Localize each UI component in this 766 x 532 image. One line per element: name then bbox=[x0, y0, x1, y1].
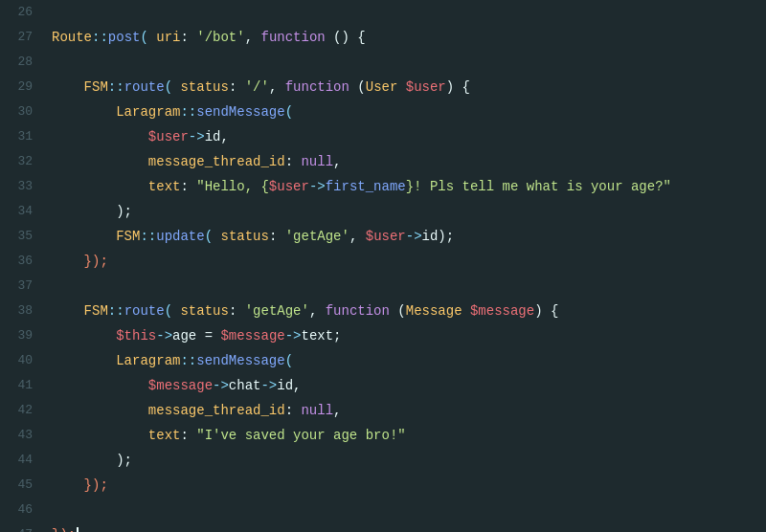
token-text-plain: , bbox=[333, 398, 341, 423]
token-text-plain: age = bbox=[172, 323, 220, 348]
token-string: 'getAge' bbox=[277, 224, 349, 249]
token-arrow: -> bbox=[189, 124, 205, 149]
token-param-name: status bbox=[213, 224, 269, 249]
token-text-plain: () { bbox=[326, 25, 366, 50]
token-text-plain: ) { bbox=[446, 75, 470, 100]
line-number: 46 bbox=[0, 498, 33, 522]
token-type-name: User bbox=[366, 75, 398, 100]
code-line: text: "I've saved your age bro!" bbox=[52, 423, 766, 448]
code-line: FSM::update( status: 'getAge', $user->id… bbox=[52, 224, 766, 249]
token-text-plain: id); bbox=[422, 224, 455, 249]
token-punct: :: bbox=[108, 75, 124, 100]
token-class-name: FSM bbox=[84, 299, 108, 323]
token-text-plain: ); bbox=[116, 448, 132, 473]
code-line bbox=[52, 498, 766, 522]
token-paren: ( bbox=[165, 299, 172, 323]
token-var: $this bbox=[116, 323, 156, 348]
token-null-val: null bbox=[293, 149, 333, 174]
token-paren: ( bbox=[140, 25, 147, 50]
token-text-plain: ); bbox=[116, 199, 132, 224]
token-punct: :: bbox=[92, 25, 108, 50]
line-number: 43 bbox=[0, 423, 33, 448]
token-arrow: -> bbox=[156, 323, 172, 348]
token-class-name: Route bbox=[52, 25, 92, 50]
token-text-plain: ( bbox=[349, 75, 366, 100]
line-number: 34 bbox=[0, 199, 33, 224]
token-param-name: status bbox=[172, 75, 229, 100]
code-line bbox=[52, 50, 766, 75]
line-number: 26 bbox=[0, 0, 33, 25]
token-text-plain: , bbox=[333, 149, 341, 174]
token-class-name: FSM bbox=[116, 224, 140, 249]
token-var: $message bbox=[462, 299, 535, 323]
token-arrow: -> bbox=[213, 373, 229, 398]
token-bracket: }); bbox=[84, 249, 108, 274]
token-var: $message bbox=[220, 323, 284, 348]
line-number: 41 bbox=[0, 373, 33, 398]
token-indent bbox=[52, 473, 84, 498]
token-indent bbox=[52, 124, 148, 149]
token-text-plain: id, bbox=[277, 373, 301, 398]
code-line: FSM::route( status: '/', function (User … bbox=[52, 75, 766, 100]
token-method: update bbox=[156, 224, 204, 249]
token-indent bbox=[52, 75, 84, 100]
line-number: 42 bbox=[0, 398, 33, 423]
token-method: first_name bbox=[326, 174, 406, 199]
line-number: 29 bbox=[0, 75, 33, 100]
line-number: 30 bbox=[0, 100, 33, 124]
token-method: route bbox=[124, 299, 165, 323]
token-param-name: uri bbox=[148, 25, 181, 50]
code-content[interactable]: Route::post( uri: '/bot', function () { … bbox=[44, 0, 766, 532]
token-param-name: text bbox=[148, 423, 181, 448]
token-colon: : bbox=[229, 299, 237, 323]
token-indent bbox=[52, 373, 148, 398]
token-colon: : bbox=[180, 423, 188, 448]
token-colon: : bbox=[180, 174, 188, 199]
token-colon: : bbox=[229, 75, 237, 100]
line-number: 45 bbox=[0, 473, 33, 498]
line-number: 37 bbox=[0, 274, 33, 299]
token-string: }! Pls tell me what is your age?" bbox=[406, 174, 671, 199]
code-line: ); bbox=[52, 199, 766, 224]
token-colon: : bbox=[180, 25, 188, 50]
line-number: 33 bbox=[0, 174, 33, 199]
token-var: $user bbox=[148, 124, 189, 149]
token-indent bbox=[52, 224, 116, 249]
token-method: route bbox=[124, 75, 165, 100]
line-number: 32 bbox=[0, 149, 33, 174]
token-paren: ( bbox=[165, 75, 172, 100]
token-colon: : bbox=[285, 149, 293, 174]
line-number: 40 bbox=[0, 348, 33, 373]
code-line bbox=[52, 274, 766, 299]
code-line: }); bbox=[52, 249, 766, 274]
token-indent bbox=[52, 100, 116, 124]
code-line bbox=[52, 0, 766, 25]
token-text-plain: , bbox=[349, 224, 357, 249]
token-bracket: }); bbox=[84, 473, 108, 498]
code-line: FSM::route( status: 'getAge', function (… bbox=[52, 299, 766, 323]
token-paren: ( bbox=[285, 348, 293, 373]
token-indent bbox=[52, 423, 148, 448]
token-type-name: Message bbox=[406, 299, 462, 323]
token-indent bbox=[52, 249, 84, 274]
code-line: ); bbox=[52, 448, 766, 473]
token-text-plain: , bbox=[245, 25, 253, 50]
token-paren: ( bbox=[285, 100, 293, 124]
code-line: Route::post( uri: '/bot', function () { bbox=[52, 25, 766, 50]
token-method: post bbox=[108, 25, 141, 50]
token-text-plain: id, bbox=[205, 124, 229, 149]
code-line: }); bbox=[52, 473, 766, 498]
token-arrow: -> bbox=[309, 174, 326, 199]
code-line: $user->id, bbox=[52, 124, 766, 149]
line-number: 35 bbox=[0, 224, 33, 249]
token-arrow: -> bbox=[260, 373, 277, 398]
line-number: 31 bbox=[0, 124, 33, 149]
token-text-plain: , bbox=[309, 299, 317, 323]
token-indent bbox=[52, 348, 116, 373]
token-var: $user bbox=[397, 75, 445, 100]
token-indent bbox=[52, 149, 148, 174]
token-indent bbox=[52, 199, 116, 224]
line-number: 36 bbox=[0, 249, 33, 274]
token-paren: ( bbox=[205, 224, 213, 249]
token-string: "Hello, { bbox=[189, 174, 269, 199]
